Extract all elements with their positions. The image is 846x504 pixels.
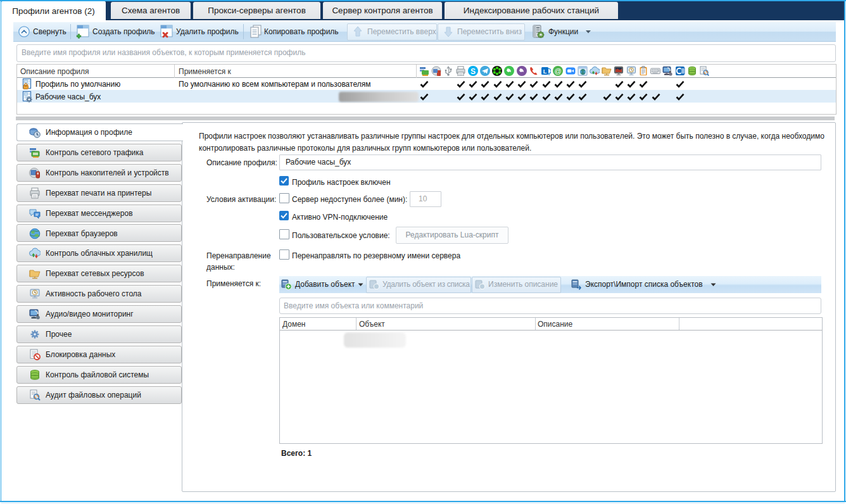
svg-text:L: L: [543, 68, 547, 75]
svg-text:@: @: [554, 67, 561, 75]
svg-text:S: S: [470, 67, 476, 76]
